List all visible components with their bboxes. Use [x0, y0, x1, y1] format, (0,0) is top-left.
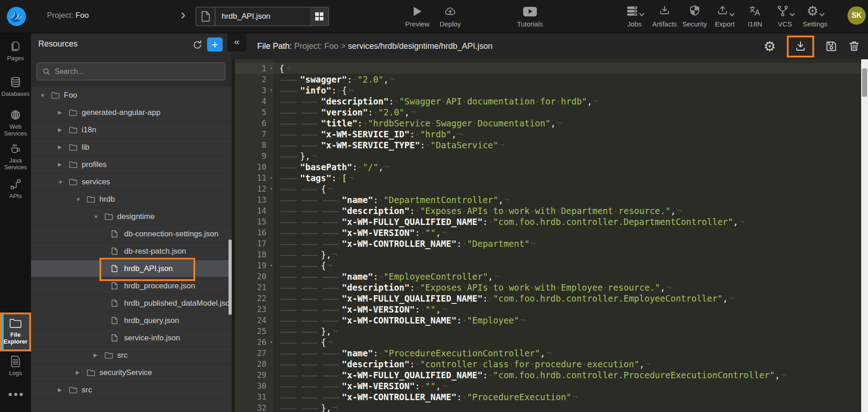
- code-line: 28"description":·"controller·class·for·p…: [235, 359, 861, 370]
- tree-item-hrdb[interactable]: ▼hrdb: [31, 191, 232, 208]
- chevron-collapsed-icon[interactable]: ▶: [58, 110, 69, 115]
- user-avatar[interactable]: SK: [847, 6, 866, 25]
- gutter-line-number: 2: [235, 74, 274, 85]
- chevron-collapsed-icon[interactable]: ▶: [76, 370, 87, 375]
- sidebar-item-logs[interactable]: Logs: [0, 355, 31, 376]
- folder-icon: [69, 386, 82, 394]
- tree-item-services[interactable]: ▼services: [31, 173, 232, 190]
- chevron-expanded-icon[interactable]: ▼: [94, 214, 104, 219]
- sidebar-item-web-services[interactable]: Web Services: [0, 109, 31, 137]
- tree-item-profiles[interactable]: ▶profiles: [31, 156, 232, 173]
- tree-item-lib[interactable]: ▶lib: [31, 139, 232, 156]
- file-icon: [111, 265, 124, 272]
- sidebar-item-java-services[interactable]: Java Services: [0, 143, 31, 171]
- folder-icon: [69, 144, 82, 151]
- file-icon: [111, 334, 124, 342]
- sidebar-more-button[interactable]: [0, 393, 31, 396]
- fold-toggle[interactable]: ▾: [270, 337, 273, 348]
- chevron-collapsed-icon[interactable]: ▶: [58, 144, 69, 150]
- chevron-down-icon: [639, 11, 644, 16]
- tree-item-label: profiles: [82, 160, 107, 169]
- search-input[interactable]: [55, 68, 219, 76]
- app-logo-icon[interactable]: [6, 6, 27, 27]
- upload-icon: [716, 5, 729, 17]
- scrollbar-thumb[interactable]: [862, 68, 867, 97]
- tutorials-button[interactable]: Tutorials: [512, 5, 548, 28]
- download-file-button[interactable]: [794, 40, 807, 53]
- gutter-line-number: 23: [235, 304, 274, 315]
- chevron-collapsed-icon[interactable]: ▶: [58, 127, 69, 133]
- delete-file-button[interactable]: [848, 40, 860, 52]
- coffee-icon: [10, 143, 21, 155]
- fold-toggle[interactable]: ▾: [270, 172, 273, 183]
- fold-toggle[interactable]: ▾: [270, 63, 273, 74]
- security-button[interactable]: Security: [680, 5, 710, 28]
- search-box[interactable]: [36, 63, 225, 80]
- grid-icon[interactable]: [310, 7, 328, 26]
- i18n-button[interactable]: I18N: [740, 5, 770, 28]
- resources-scrollbar[interactable]: [229, 240, 232, 315]
- tree-item-label: src: [82, 386, 92, 395]
- gutter-line-number: 29: [235, 370, 274, 381]
- tree-item-db-connection-settings.json[interactable]: db-connection-settings.json: [31, 225, 232, 242]
- save-file-button[interactable]: [825, 40, 837, 52]
- editor-scrollbar[interactable]: [861, 59, 868, 412]
- tree-item-service-info.json[interactable]: service-info.json: [31, 329, 232, 346]
- file-icon: [111, 317, 124, 324]
- deploy-button[interactable]: Deploy: [435, 5, 465, 28]
- chevron-collapsed-icon[interactable]: ▶: [94, 352, 104, 358]
- chevron-expanded-icon[interactable]: ▼: [58, 179, 69, 185]
- sidebar-item-databases[interactable]: Databases: [0, 76, 31, 97]
- folder-icon: [104, 213, 117, 220]
- tree-item-hrdb_procedure.json[interactable]: hrdb_procedure.json: [31, 277, 232, 294]
- tree-item-securityService[interactable]: ▶securityService: [31, 364, 232, 381]
- tree-item-hrdb_published_dataModel.json[interactable]: hrdb_published_dataModel.json: [31, 295, 232, 312]
- tree-item-src[interactable]: ▶src: [31, 381, 232, 398]
- sidebar-item-file-explorer[interactable]: File Explorer: [0, 313, 31, 351]
- code-line: 6"title":·"hrdbService·Swagger·Documenta…: [235, 118, 861, 129]
- preview-button[interactable]: Preview: [402, 5, 432, 28]
- tree-item-src[interactable]: ▶src: [31, 347, 232, 364]
- chevron-expanded-icon[interactable]: ▼: [40, 93, 51, 98]
- file-tab[interactable]: hrdb_API.json: [196, 7, 329, 26]
- tree-item-hrdb_API.json[interactable]: hrdb_API.json: [31, 260, 232, 277]
- resources-panel: Resources + ▼Foo▶generated-angular-app▶i…: [31, 33, 232, 412]
- globe-icon: [10, 109, 21, 121]
- fold-toggle[interactable]: ▾: [270, 183, 273, 194]
- code-line: 11▾"tags":·[¬: [235, 172, 861, 183]
- artifacts-button[interactable]: Artifacts: [650, 5, 680, 28]
- collapse-panel-button[interactable]: «: [227, 33, 246, 52]
- file-settings-button[interactable]: ⚙: [764, 40, 776, 53]
- settings-button[interactable]: ⚙ Settings: [800, 5, 830, 28]
- tree-item-Foo[interactable]: ▼Foo: [31, 87, 232, 104]
- code-editor[interactable]: 1▾{¬2"swagger":·"2.0",¬3▾"info":·{¬4"des…: [235, 59, 861, 412]
- fold-toggle[interactable]: ▾: [270, 260, 273, 271]
- tree-item-db-rest-patch.json[interactable]: db-rest-patch.json: [31, 243, 232, 260]
- code-line: 3▾"info":·{¬: [235, 85, 861, 96]
- export-button[interactable]: Export: [710, 5, 740, 28]
- code-line: 19▾{¬: [235, 260, 861, 271]
- refresh-button[interactable]: [192, 39, 203, 51]
- sidebar-item-apis[interactable]: APIs: [0, 178, 31, 199]
- tree-item-label: Foo: [64, 91, 77, 100]
- add-resource-button[interactable]: +: [207, 37, 223, 52]
- chevron-expanded-icon[interactable]: ▼: [76, 197, 87, 202]
- tree-item-i18n[interactable]: ▶i18n: [31, 121, 232, 138]
- folder-icon: [69, 126, 82, 134]
- ellipsis-icon: [9, 393, 23, 396]
- tree-item-generated-angular-app[interactable]: ▶generated-angular-app: [31, 104, 232, 121]
- gutter-line-number: 26▾: [235, 337, 274, 348]
- jobs-button[interactable]: Jobs: [619, 5, 650, 28]
- tree-item-hrdb_query.json[interactable]: hrdb_query.json: [31, 312, 232, 329]
- chevron-down-icon: [819, 11, 824, 16]
- tree-item-designtime[interactable]: ▼designtime: [31, 208, 232, 225]
- gutter-line-number: 16: [235, 227, 274, 238]
- fold-toggle[interactable]: ▾: [270, 85, 273, 96]
- project-name: Foo: [75, 11, 88, 20]
- sidebar-item-pages[interactable]: Pages: [0, 41, 31, 62]
- gutter-line-number: 27: [235, 348, 274, 359]
- chevron-collapsed-icon[interactable]: ▶: [58, 162, 69, 167]
- vcs-button[interactable]: VCS: [770, 5, 800, 28]
- chevron-collapsed-icon[interactable]: ▶: [58, 387, 69, 393]
- file-icon: [111, 299, 124, 307]
